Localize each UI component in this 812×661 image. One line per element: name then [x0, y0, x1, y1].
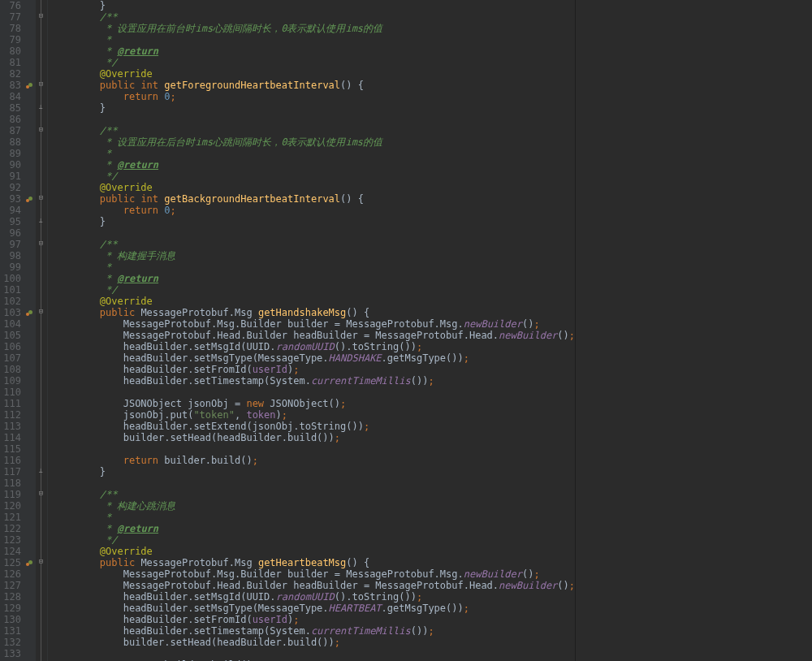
line-number[interactable]: 118: [0, 477, 21, 489]
line-number[interactable]: 78: [0, 23, 21, 34]
line-number[interactable]: 117: [0, 466, 21, 477]
code-line[interactable]: headBuilder.setTimestamp(System.currentT…: [53, 625, 575, 637]
code-line[interactable]: [53, 227, 575, 239]
code-line[interactable]: }: [53, 216, 575, 227]
line-number[interactable]: 93: [0, 193, 21, 205]
line-number[interactable]: 99: [0, 261, 21, 273]
code-line[interactable]: headBuilder.setMsgType(MessageType.HEART…: [53, 603, 575, 614]
fold-collapse-icon[interactable]: [37, 308, 45, 317]
line-number[interactable]: 89: [0, 148, 21, 159]
line-number[interactable]: 104: [0, 318, 21, 330]
fold-collapse-icon[interactable]: [37, 80, 45, 89]
line-number[interactable]: 81: [0, 57, 21, 68]
code-line[interactable]: JSONObject jsonObj = new JSONObject();: [53, 398, 575, 409]
code-line[interactable]: */: [53, 171, 575, 182]
code-line[interactable]: [53, 114, 575, 125]
code-line[interactable]: *: [53, 34, 575, 45]
line-number[interactable]: 133: [0, 648, 21, 659]
line-number[interactable]: 94: [0, 205, 21, 216]
line-number[interactable]: 121: [0, 512, 21, 523]
line-number[interactable]: 124: [0, 546, 21, 557]
code-editor[interactable]: 7677787980818283848586878889909192939495…: [0, 0, 812, 661]
code-area[interactable]: } /** * 设置应用在前台时ims心跳间隔时长，0表示默认使用ims的值 *…: [48, 0, 575, 661]
fold-end-icon[interactable]: [37, 217, 45, 226]
line-number[interactable]: 97: [0, 239, 21, 250]
code-line[interactable]: public int getBackgroundHeartbeatInterva…: [53, 193, 575, 205]
code-line[interactable]: MessageProtobuf.Msg.Builder builder = Me…: [53, 318, 575, 330]
code-line[interactable]: * 设置应用在前台时ims心跳间隔时长，0表示默认使用ims的值: [53, 23, 575, 34]
code-line[interactable]: /**: [53, 11, 575, 23]
line-number[interactable]: 125: [0, 557, 21, 568]
code-line[interactable]: /**: [53, 125, 575, 136]
fold-collapse-icon[interactable]: [37, 194, 45, 203]
line-number[interactable]: 115: [0, 443, 21, 455]
code-line[interactable]: builder.setHead(headBuilder.build());: [53, 432, 575, 443]
line-number[interactable]: 102: [0, 296, 21, 307]
fold-end-icon[interactable]: [37, 103, 45, 112]
code-line[interactable]: [53, 443, 575, 455]
code-line[interactable]: * 设置应用在后台时ims心跳间隔时长，0表示默认使用ims的值: [53, 136, 575, 148]
line-number[interactable]: 100: [0, 273, 21, 284]
line-number[interactable]: 113: [0, 421, 21, 432]
code-line[interactable]: *: [53, 148, 575, 159]
line-number[interactable]: 110: [0, 387, 21, 398]
line-number-gutter[interactable]: 7677787980818283848586878889909192939495…: [0, 0, 24, 661]
code-line[interactable]: [53, 477, 575, 489]
line-number[interactable]: 90: [0, 159, 21, 171]
override-gutter-icon[interactable]: [26, 195, 34, 203]
code-line[interactable]: * @return: [53, 273, 575, 284]
line-number[interactable]: 119: [0, 489, 21, 500]
code-line[interactable]: headBuilder.setFromId(userId);: [53, 364, 575, 375]
code-line[interactable]: * 构建心跳消息: [53, 500, 575, 512]
line-number[interactable]: 88: [0, 136, 21, 148]
line-number[interactable]: 107: [0, 352, 21, 364]
code-line[interactable]: MessageProtobuf.Head.Builder headBuilder…: [53, 330, 575, 341]
code-line[interactable]: * @return: [53, 523, 575, 534]
code-line[interactable]: headBuilder.setMsgType(MessageType.HANDS…: [53, 352, 575, 364]
code-line[interactable]: */: [53, 284, 575, 296]
code-line[interactable]: *: [53, 512, 575, 523]
code-line[interactable]: * 构建握手消息: [53, 250, 575, 261]
code-line[interactable]: return 0;: [53, 205, 575, 216]
line-number[interactable]: 86: [0, 114, 21, 125]
code-line[interactable]: @Override: [53, 546, 575, 557]
line-number[interactable]: 112: [0, 409, 21, 421]
code-line[interactable]: return builder.build();: [53, 455, 575, 466]
line-number[interactable]: 98: [0, 250, 21, 261]
line-number[interactable]: 123: [0, 534, 21, 546]
code-line[interactable]: headBuilder.setMsgId(UUID.randomUUID().t…: [53, 591, 575, 603]
line-number[interactable]: 130: [0, 614, 21, 625]
line-number[interactable]: 111: [0, 398, 21, 409]
override-gutter-icon[interactable]: [26, 309, 34, 317]
fold-collapse-icon[interactable]: [37, 490, 45, 499]
line-number[interactable]: 85: [0, 102, 21, 114]
line-number[interactable]: 80: [0, 45, 21, 57]
code-line[interactable]: /**: [53, 489, 575, 500]
line-number[interactable]: 87: [0, 125, 21, 136]
line-number[interactable]: 109: [0, 375, 21, 387]
code-line[interactable]: * @return: [53, 45, 575, 57]
code-line[interactable]: headBuilder.setMsgId(UUID.randomUUID().t…: [53, 341, 575, 352]
fold-collapse-icon[interactable]: [37, 240, 45, 248]
line-number[interactable]: 120: [0, 500, 21, 512]
line-number[interactable]: 95: [0, 216, 21, 227]
line-number[interactable]: 127: [0, 580, 21, 591]
fold-collapse-icon[interactable]: [37, 126, 45, 135]
fold-end-icon[interactable]: [37, 467, 45, 476]
line-number[interactable]: 96: [0, 227, 21, 239]
code-line[interactable]: * @return: [53, 159, 575, 171]
code-line[interactable]: [53, 387, 575, 398]
code-line[interactable]: headBuilder.setFromId(userId);: [53, 614, 575, 625]
fold-column[interactable]: [36, 0, 48, 661]
code-line[interactable]: [53, 648, 575, 659]
line-number[interactable]: 101: [0, 284, 21, 296]
code-line[interactable]: jsonObj.put("token", token);: [53, 409, 575, 421]
line-number[interactable]: 126: [0, 568, 21, 580]
line-number[interactable]: 105: [0, 330, 21, 341]
code-line[interactable]: }: [53, 102, 575, 114]
code-line[interactable]: headBuilder.setExtend(jsonObj.toString()…: [53, 421, 575, 432]
code-line[interactable]: headBuilder.setTimestamp(System.currentT…: [53, 375, 575, 387]
code-line[interactable]: @Override: [53, 182, 575, 193]
line-number[interactable]: 128: [0, 591, 21, 603]
line-number[interactable]: 76: [0, 0, 21, 11]
